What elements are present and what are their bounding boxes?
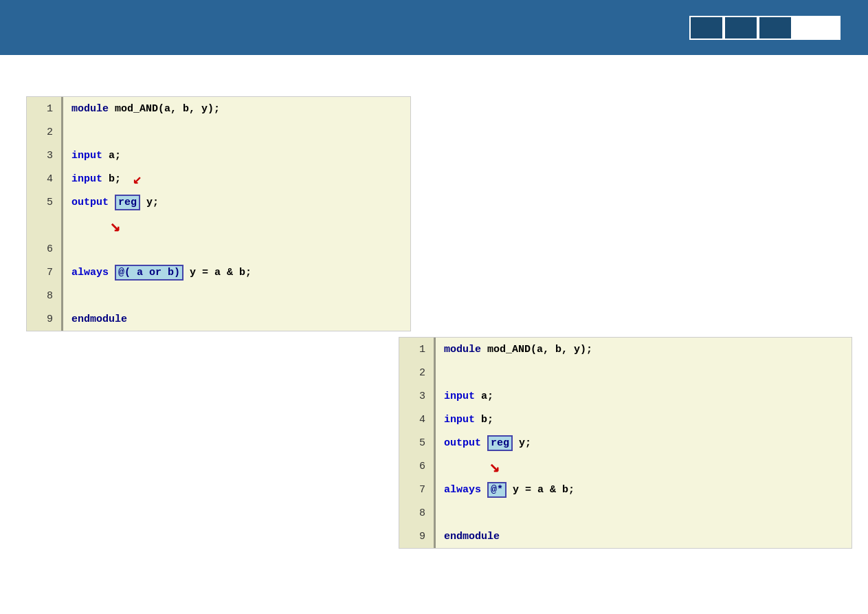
code-text-7a: [109, 267, 115, 278]
line-content-5: output reg y;: [63, 195, 159, 210]
b-line-num-4: 4: [399, 408, 434, 431]
code-line-5-arrow: ↘: [27, 214, 410, 237]
code-line-6: 6: [27, 237, 410, 261]
code-text-7b: y = a & b;: [183, 267, 252, 278]
line-num-9: 9: [27, 307, 61, 331]
b-code-text-5a: [481, 437, 487, 449]
code-text-5a: [109, 197, 115, 208]
code-line-9: 9 endmodule: [27, 307, 410, 331]
b-line-content-1: module mod_AND(a, b, y);: [436, 344, 592, 355]
kw-always-7: always: [71, 267, 109, 278]
b-kw-output-5: output: [444, 437, 481, 449]
arrow-down-5: ↘: [110, 215, 121, 237]
kw-module: module: [71, 103, 109, 115]
line-num-5: 5: [27, 190, 61, 214]
line-num-4: 4: [27, 167, 61, 190]
b-line-num-9: 9: [399, 525, 434, 548]
kw-input-4: input: [71, 173, 102, 185]
line-content-4: input b; ↙: [63, 170, 142, 188]
code-panel-top: 1 module mod_AND(a, b, y); 2 3 input a; …: [26, 96, 411, 331]
b-code-line-9: 9 endmodule: [399, 525, 852, 548]
b-line-content-2: [436, 367, 450, 379]
code-line-4: 4 input b; ↙: [27, 167, 410, 190]
b-line-content-5: output reg y;: [436, 435, 531, 451]
b-code-text-1: mod_AND(a, b, y);: [481, 344, 592, 355]
b-kw-endmodule-9: endmodule: [444, 531, 500, 542]
kw-output-5: output: [71, 197, 109, 208]
line-content-1: module mod_AND(a, b, y);: [63, 103, 220, 115]
header-btn-2[interactable]: [724, 16, 758, 40]
b-code-line-1: 1 module mod_AND(a, b, y);: [399, 338, 852, 361]
b-line-num-6: 6: [399, 454, 434, 478]
line-content-2: [63, 127, 78, 138]
code-line-3: 3 input a;: [27, 144, 410, 167]
code-text-1: mod_AND(a, b, y);: [109, 103, 220, 115]
header-btn-1[interactable]: [689, 16, 724, 40]
code-text-3: a;: [102, 150, 121, 162]
b-line-content-4: input b;: [436, 414, 493, 426]
b-line-num-3: 3: [399, 384, 434, 408]
b-highlight-reg-5: reg: [487, 435, 513, 451]
b-code-text-7a: [481, 484, 487, 496]
line-num-3: 3: [27, 144, 61, 167]
b-line-num-1: 1: [399, 338, 434, 361]
line-content-6: [63, 243, 78, 255]
line-num-1: 1: [27, 97, 61, 120]
b-code-text-4: b;: [475, 414, 493, 426]
b-line-num-8: 8: [399, 501, 434, 525]
b-kw-input-4: input: [444, 414, 475, 426]
header-btn-3[interactable]: [758, 16, 792, 40]
code-text-4: b;: [102, 173, 127, 185]
b-code-line-2: 2: [399, 361, 852, 384]
code-lines-bottom: 1 module mod_AND(a, b, y); 2 3 input a; …: [399, 338, 852, 548]
b-line-content-8: [436, 507, 450, 519]
b-code-text-3: a;: [475, 391, 493, 402]
b-line-num-5: 5: [399, 431, 434, 454]
header-button-group: [689, 16, 841, 40]
code-text-5b: y;: [140, 197, 159, 208]
line-num-6: 6: [27, 237, 61, 261]
code-line-7: 7 always @( a or b) y = a & b;: [27, 261, 410, 284]
line-content-7: always @( a or b) y = a & b;: [63, 265, 252, 281]
b-code-text-5b: y;: [513, 437, 531, 449]
code-panel-bottom: 1 module mod_AND(a, b, y); 2 3 input a; …: [399, 337, 852, 549]
header: [0, 0, 868, 55]
line-content-8: [63, 290, 78, 302]
line-content-9: endmodule: [63, 314, 127, 325]
kw-input-3: input: [71, 150, 102, 162]
b-line-content-9: endmodule: [436, 531, 500, 542]
b-kw-module: module: [444, 344, 481, 355]
b-line-content-7: always @* y = a & b;: [436, 482, 575, 498]
b-code-line-4: 4 input b;: [399, 408, 852, 431]
b-kw-always-7: always: [444, 484, 481, 496]
b-code-line-6: 6 ↘: [399, 454, 852, 478]
arrow-4: ↙: [133, 170, 142, 188]
b-code-line-5: 5 output reg y;: [399, 431, 852, 454]
code-line-8: 8: [27, 284, 410, 307]
highlight-sensitivity-7: @( a or b): [115, 265, 183, 281]
code-line-5: 5 output reg y;: [27, 190, 410, 214]
line-num-5a: [27, 214, 61, 237]
code-line-2: 2: [27, 120, 410, 144]
code-lines-top: 1 module mod_AND(a, b, y); 2 3 input a; …: [27, 97, 410, 331]
line-num-8: 8: [27, 284, 61, 307]
b-code-text-7b: y = a & b;: [507, 484, 575, 496]
b-line-content-6: ↘: [436, 455, 500, 477]
b-kw-input-3: input: [444, 391, 475, 402]
b-highlight-sensitivity-7: @*: [487, 482, 507, 498]
line-num-7: 7: [27, 261, 61, 284]
line-content-3: input a;: [63, 150, 121, 162]
header-btn-4[interactable]: [792, 16, 841, 40]
b-code-line-3: 3 input a;: [399, 384, 852, 408]
code-line-1: 1 module mod_AND(a, b, y);: [27, 97, 410, 120]
line-num-2: 2: [27, 120, 61, 144]
arrow-line-5: ↘: [63, 215, 121, 237]
b-arrow-6: ↘: [489, 455, 500, 477]
highlight-reg-5: reg: [115, 195, 140, 210]
b-code-line-7: 7 always @* y = a & b;: [399, 478, 852, 501]
b-line-num-2: 2: [399, 361, 434, 384]
b-line-num-7: 7: [399, 478, 434, 501]
b-line-content-3: input a;: [436, 391, 493, 402]
kw-endmodule-9: endmodule: [71, 314, 127, 325]
b-code-line-8: 8: [399, 501, 852, 525]
